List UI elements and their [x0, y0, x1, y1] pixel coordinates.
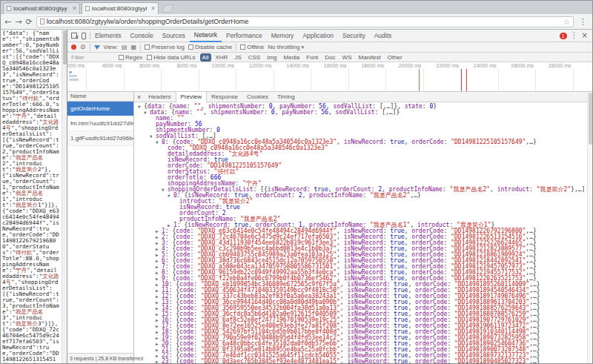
- preview-scrollbar[interactable]: [587, 92, 592, 363]
- expand-arrow-icon[interactable]: ▶: [156, 276, 162, 282]
- page-scrollbar[interactable]: [62, 30, 67, 363]
- type-filter-doc[interactable]: Doc: [322, 53, 337, 62]
- expand-arrow-icon[interactable]: ▶: [156, 359, 162, 363]
- network-overview-timeline[interactable]: 2000 ms4000 ms6000 ms8000 ms10000 ms1200…: [67, 62, 592, 92]
- list-view-icon[interactable]: ▤: [122, 44, 127, 50]
- expand-arrow-icon[interactable]: ▶: [156, 282, 162, 288]
- type-filter-other[interactable]: Other: [385, 53, 405, 62]
- tab-close-icon[interactable]: ×: [151, 5, 155, 12]
- request-row[interactable]: 1.gifFusdfc91dd27d96b441b7…: [67, 131, 133, 146]
- hide-data-urls-checkbox[interactable]: Hide data URLs: [147, 54, 195, 61]
- offline-checkbox[interactable]: Offline: [240, 44, 264, 50]
- record-button[interactable]: [71, 44, 76, 50]
- tab-close-icon[interactable]: ×: [73, 5, 76, 12]
- type-filter-ws[interactable]: WS: [340, 53, 354, 62]
- devtools-tab-console[interactable]: Console: [125, 30, 157, 42]
- address-bar[interactable]: localhost:8080/zgtyylw/a/order/shoppingO…: [36, 16, 574, 27]
- devtools-tab-audits[interactable]: Audits: [370, 30, 397, 42]
- checkbox-icon[interactable]: [119, 55, 124, 60]
- type-filter-xhr[interactable]: XHR: [213, 53, 231, 62]
- devtools-tab-elements[interactable]: Elements: [90, 30, 125, 42]
- expand-arrow-icon[interactable]: ▶: [156, 353, 162, 359]
- devtools-tab-memory[interactable]: Memory: [267, 30, 299, 42]
- expand-arrow-icon[interactable]: ▶: [156, 341, 162, 347]
- filter-icon[interactable]: [94, 45, 100, 50]
- type-filter-all[interactable]: All: [200, 53, 211, 62]
- disable-cache-checkbox[interactable]: Disable cache: [188, 44, 232, 50]
- devtools-menu-icon[interactable]: ⋮: [571, 32, 578, 39]
- expand-arrow-icon[interactable]: ▶: [156, 288, 162, 294]
- view-label: View:: [104, 44, 118, 50]
- expand-arrow-icon[interactable]: ▶: [156, 270, 162, 276]
- expand-arrow-icon[interactable]: ▶: [156, 347, 162, 353]
- clear-button[interactable]: ⊘: [80, 44, 86, 50]
- expand-arrow-icon[interactable]: ▶: [156, 335, 162, 341]
- type-filter-font[interactable]: Font: [304, 53, 320, 62]
- type-filter-img[interactable]: Img: [265, 53, 279, 62]
- expand-arrow-icon[interactable]: ▶: [156, 329, 162, 335]
- expand-arrow-icon[interactable]: ▶: [156, 300, 162, 305]
- devtools-tab-network[interactable]: Network: [190, 30, 222, 42]
- collapse-arrow-icon[interactable]: ▼: [168, 193, 173, 199]
- collapse-arrow-icon[interactable]: ▼: [156, 139, 162, 145]
- checkbox-icon[interactable]: [145, 44, 150, 50]
- filter-input[interactable]: Filter: [71, 54, 114, 61]
- refresh-icon[interactable]: ⟳: [25, 18, 32, 26]
- device-toolbar-icon[interactable]: [82, 33, 86, 39]
- devtools-tab-security[interactable]: Security: [338, 30, 370, 42]
- checkbox-icon[interactable]: [188, 44, 193, 50]
- inspect-element-icon[interactable]: [71, 33, 77, 39]
- forward-icon[interactable]: →: [15, 18, 21, 26]
- expand-arrow-icon[interactable]: ▶: [156, 252, 162, 258]
- browser-menu-icon[interactable]: ⋮: [577, 17, 589, 27]
- expand-arrow-icon[interactable]: ▶: [156, 264, 162, 270]
- expand-arrow-icon[interactable]: ▶: [156, 317, 162, 323]
- request-row[interactable]: getOrderHome: [67, 102, 133, 116]
- expand-arrow-icon[interactable]: ▶: [156, 234, 162, 240]
- collapse-arrow-icon[interactable]: ▼: [150, 133, 156, 139]
- error-count-badge[interactable]: 1: [560, 33, 567, 39]
- type-filter-css[interactable]: CSS: [246, 53, 262, 62]
- new-tab-button[interactable]: [162, 4, 174, 13]
- expand-arrow-icon[interactable]: ▶: [156, 305, 162, 311]
- requests-name-header[interactable]: Name: [67, 92, 133, 102]
- preview-scrollbar-thumb[interactable]: [589, 93, 592, 145]
- collapse-arrow-icon[interactable]: ▼: [144, 110, 150, 116]
- preserve-log-checkbox[interactable]: Preserve log: [145, 44, 185, 50]
- detail-tab-response[interactable]: Response: [207, 92, 242, 102]
- expand-arrow-icon[interactable]: ▶: [156, 258, 162, 264]
- collapse-arrow-icon[interactable]: ▼: [138, 104, 144, 110]
- checkbox-icon[interactable]: [147, 55, 152, 60]
- checkbox-icon[interactable]: [240, 44, 245, 50]
- expand-arrow-icon[interactable]: ▶: [156, 240, 162, 246]
- expand-arrow-icon[interactable]: ▶: [156, 323, 162, 329]
- devtools-tab-application[interactable]: Application: [298, 30, 338, 42]
- request-row[interactable]: fm.htm?uudfc91dd27d96b441…: [67, 116, 133, 131]
- type-filter-manifest[interactable]: Manifest: [356, 53, 382, 62]
- detail-tab-cookies[interactable]: Cookies: [242, 92, 273, 102]
- browser-tab[interactable]: localhost:8080/zgtyyl×: [82, 2, 159, 14]
- detail-tab-timing[interactable]: Timing: [273, 92, 299, 102]
- back-icon[interactable]: ←: [4, 18, 11, 26]
- page-scrollbar-thumb[interactable]: [63, 30, 67, 64]
- detail-tab-preview[interactable]: Preview: [176, 92, 207, 103]
- grid-view-icon[interactable]: ▦: [131, 44, 137, 50]
- type-filter-media[interactable]: Media: [282, 53, 302, 62]
- detail-tab-headers[interactable]: Headers: [144, 92, 175, 102]
- devtools-tab-performance[interactable]: Performance: [222, 30, 267, 42]
- expand-arrow-icon[interactable]: ▶: [156, 246, 162, 252]
- bookmark-star-icon[interactable]: ☆: [563, 18, 570, 26]
- throttling-select[interactable]: No throttling▾: [268, 44, 304, 50]
- devtools-close-icon[interactable]: ×: [582, 32, 588, 39]
- devtools-tabbar: ElementsConsoleSourcesNetworkPerformance…: [67, 30, 592, 42]
- type-filter-js[interactable]: JS: [232, 53, 243, 62]
- url-text[interactable]: localhost:8080/zgtyylw/a/order/shoppingO…: [47, 18, 561, 25]
- close-detail-icon[interactable]: ×: [134, 93, 144, 101]
- expand-arrow-icon[interactable]: ▶: [156, 294, 162, 300]
- browser-tab[interactable]: localhost:8080/zgtyy×: [3, 2, 80, 14]
- expand-arrow-icon[interactable]: ▶: [156, 311, 162, 317]
- regex-checkbox[interactable]: Regex: [119, 54, 142, 61]
- devtools-tab-sources[interactable]: Sources: [158, 30, 190, 42]
- expand-arrow-icon[interactable]: ▶: [156, 228, 162, 234]
- collapse-arrow-icon[interactable]: ▼: [162, 187, 168, 193]
